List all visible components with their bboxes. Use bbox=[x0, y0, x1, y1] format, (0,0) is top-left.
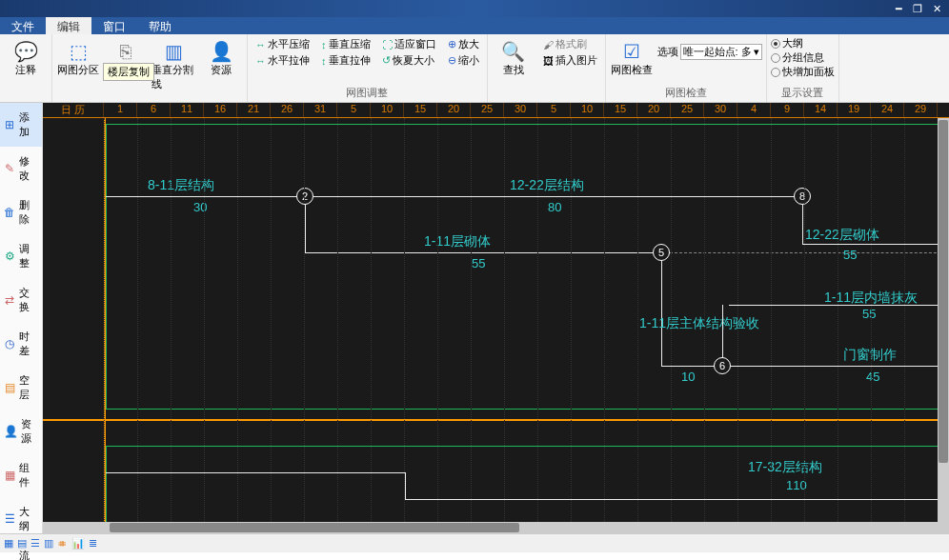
annotate-icon: 💬 bbox=[14, 40, 37, 63]
side-add[interactable]: ⊞添加 bbox=[0, 103, 42, 147]
side-sequence[interactable]: ≋流水 bbox=[0, 541, 42, 560]
vsplit-icon: ▥ bbox=[162, 40, 185, 63]
task-label: 12-22层结构 bbox=[510, 177, 584, 194]
resource-button[interactable]: 👤 资源 bbox=[199, 36, 243, 77]
plus-box-icon: ⊞ bbox=[4, 118, 15, 131]
check-icon: ☑ bbox=[620, 40, 643, 63]
side-outline[interactable]: ☰大纲 bbox=[0, 497, 42, 541]
resource-icon: 👤 bbox=[210, 40, 232, 63]
node-5[interactable]: 5 bbox=[653, 244, 670, 261]
sb-icon[interactable]: 📊 bbox=[71, 537, 85, 550]
task-duration: 80 bbox=[548, 200, 561, 214]
radio-groupinfo[interactable]: 分组信息 bbox=[771, 50, 835, 65]
ruler-cell: 10 bbox=[371, 103, 404, 117]
ruler-cell: 11 bbox=[171, 103, 204, 117]
ruler-cell: 26 bbox=[271, 103, 304, 117]
chart-area[interactable]: 8-11层结构 30 2 12-22层结构 80 8 1-11层砌体 55 5 … bbox=[43, 118, 949, 522]
node-6[interactable]: 6 bbox=[714, 357, 731, 374]
display-group-label: 显示设置 bbox=[771, 86, 835, 100]
side-lag[interactable]: ◷时差 bbox=[0, 322, 42, 366]
partition-icon: ⬚ bbox=[67, 40, 90, 63]
copylayer-icon: ⎘ bbox=[114, 40, 137, 63]
clock-icon: ◷ bbox=[4, 337, 15, 350]
ruler-cell: 20 bbox=[437, 103, 471, 117]
vstretch-button[interactable]: ↕垂直拉伸 bbox=[317, 52, 374, 69]
side-adjust[interactable]: ⚙调整 bbox=[0, 234, 42, 278]
task-label: 1-11层砌体 bbox=[424, 233, 491, 250]
task-duration: 45 bbox=[866, 370, 879, 384]
hcompress-button[interactable]: ↔水平压缩 bbox=[252, 36, 313, 52]
task-duration: 10 bbox=[681, 370, 695, 384]
tab-window[interactable]: 窗口 bbox=[91, 17, 137, 34]
ruler-cell: 16 bbox=[204, 103, 237, 117]
swap-icon: ⇄ bbox=[4, 293, 15, 307]
zoomin-button[interactable]: ⊕放大 bbox=[444, 36, 483, 52]
window-restore[interactable]: ❐ bbox=[909, 3, 926, 15]
side-swap[interactable]: ⇄交换 bbox=[0, 278, 42, 322]
side-component[interactable]: ▦组件 bbox=[0, 453, 42, 497]
ruler-cell: 1 bbox=[104, 103, 137, 117]
grid-icon: ▦ bbox=[4, 469, 15, 482]
side-resource[interactable]: 👤资源 bbox=[0, 410, 42, 453]
vscrollbar[interactable] bbox=[938, 118, 949, 522]
hscrollbar[interactable] bbox=[43, 522, 949, 533]
resetsize-button[interactable]: ↺恢夏大小 bbox=[378, 52, 440, 69]
search-icon: 🔍 bbox=[502, 40, 525, 63]
vsplit-button[interactable]: ▥ 垂直分割线 bbox=[151, 36, 195, 91]
ruler-cell: 日 历 bbox=[43, 103, 104, 117]
hstretch-button[interactable]: ↔水平拉伸 bbox=[252, 52, 313, 69]
sb-icon[interactable]: ▥ bbox=[44, 537, 53, 550]
ruler-cell: 9 bbox=[771, 103, 804, 117]
partition-button[interactable]: ⬚ 网图分区 bbox=[56, 36, 100, 77]
side-modify[interactable]: ✎修改 bbox=[0, 147, 42, 190]
ruler-cell: 24 bbox=[871, 103, 904, 117]
ruler-cell: 5 bbox=[537, 103, 571, 117]
task-label: 门窗制作 bbox=[843, 347, 897, 364]
node-8[interactable]: 8 bbox=[794, 188, 811, 205]
vscroll-thumb[interactable] bbox=[939, 120, 948, 463]
arrows-in-v-icon: ↕ bbox=[321, 39, 327, 50]
radio-outline[interactable]: 大纲 bbox=[771, 36, 835, 50]
tab-edit[interactable]: 编辑 bbox=[46, 17, 91, 34]
sb-icon[interactable]: ≣ bbox=[89, 537, 97, 550]
network-canvas[interactable]: 日 历1611162126315101520253051015202530491… bbox=[43, 103, 949, 533]
fitwindow-button[interactable]: ⛶适应窗口 bbox=[378, 36, 440, 52]
insertpic-button[interactable]: 🖼插入图片 bbox=[539, 52, 601, 69]
window-min[interactable]: ━ bbox=[890, 3, 907, 15]
zoomout-button[interactable]: ⊖缩小 bbox=[444, 52, 483, 69]
sb-icon[interactable]: ⩩ bbox=[57, 537, 68, 550]
list-icon: ☰ bbox=[4, 512, 15, 526]
ruler-cell: 30 bbox=[504, 103, 537, 117]
check-group-label: 网图检查 bbox=[610, 86, 762, 100]
side-delete[interactable]: 🗑删除 bbox=[0, 190, 42, 234]
side-layer[interactable]: ▤空层 bbox=[0, 366, 42, 410]
image-icon: 🖼 bbox=[543, 55, 554, 67]
task-duration: 55 bbox=[472, 256, 485, 270]
ruler-cell: 20 bbox=[637, 103, 671, 117]
tab-file[interactable]: 文件 bbox=[0, 17, 46, 34]
sliders-icon: ⚙ bbox=[4, 250, 15, 263]
netcheck-button[interactable]: ☑ 网图检查 bbox=[610, 36, 654, 77]
plus-icon: ⊕ bbox=[448, 38, 456, 50]
ruler-cell: 25 bbox=[671, 103, 704, 117]
ruler-cell: 15 bbox=[404, 103, 437, 117]
hscroll-thumb[interactable] bbox=[110, 523, 519, 532]
option-select[interactable]: 唯一起始点: 多▾ bbox=[680, 44, 762, 60]
arrows-out-h-icon: ↔ bbox=[255, 55, 266, 67]
reset-icon: ↺ bbox=[382, 54, 391, 67]
annotate-button[interactable]: 💬 注释 bbox=[4, 36, 48, 77]
tooltip: 楼层复制 bbox=[103, 63, 154, 81]
flow-icon: ≋ bbox=[4, 556, 15, 560]
formatbrush-button[interactable]: 🖌格式刷 bbox=[539, 36, 601, 52]
vcompress-button[interactable]: ↕垂直压缩 bbox=[317, 36, 374, 52]
node-2[interactable]: 2 bbox=[296, 188, 313, 205]
task-duration: 55 bbox=[843, 248, 857, 262]
tab-help[interactable]: 帮助 bbox=[137, 17, 183, 34]
find-button[interactable]: 🔍 查找 bbox=[492, 36, 535, 77]
task-label: 12-22层砌体 bbox=[805, 227, 879, 244]
person-icon: 👤 bbox=[4, 425, 17, 438]
ruler-cell: 31 bbox=[304, 103, 337, 117]
radio-quickpanel[interactable]: 快增加面板 bbox=[771, 65, 835, 79]
window-close[interactable]: ✕ bbox=[928, 3, 945, 15]
edit-icon: ✎ bbox=[4, 162, 15, 175]
